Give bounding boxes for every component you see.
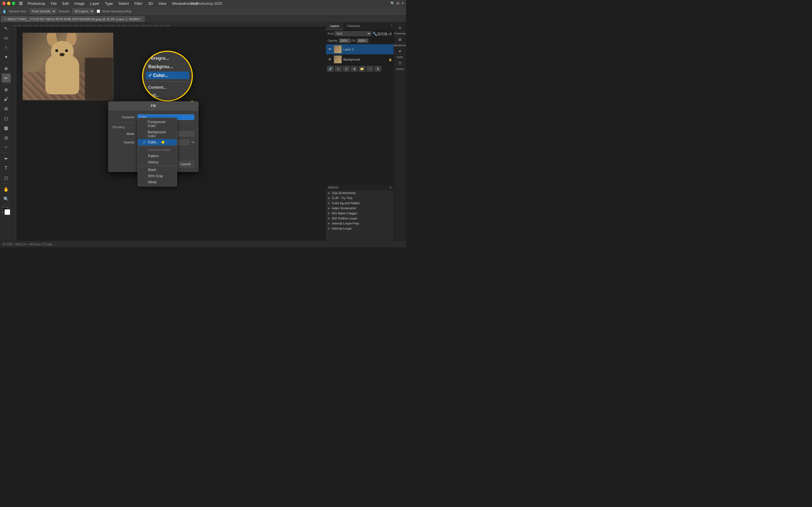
menu-bar: ⌘ Photoshop File Edit Image Layer Type S… xyxy=(0,0,406,7)
tab-close[interactable]: ✕ xyxy=(4,18,6,21)
action-item-internal-loupe[interactable]: ▶ Internal Loupe xyxy=(326,226,394,231)
gradient-tool[interactable]: ▦ xyxy=(2,123,11,132)
magic-wand-tool[interactable]: ✦ xyxy=(2,52,11,61)
action-item-3up[interactable]: ▶ 3 UP - Try This xyxy=(326,195,394,201)
dd-label-gray: 50% Gray xyxy=(148,174,163,178)
history-icon[interactable]: ⏱ xyxy=(396,60,405,66)
action-item-002[interactable]: ▶ 002 Outline Loupe xyxy=(326,216,394,221)
adjustment-button[interactable]: ◑ xyxy=(351,66,357,71)
menu-layer[interactable]: Layer xyxy=(88,1,102,6)
pen-tool[interactable]: ✒ xyxy=(2,154,11,163)
dd-background-color[interactable]: Background Color xyxy=(138,129,177,139)
dd-color[interactable]: ✓ Color... xyxy=(138,139,177,145)
show-sampling-checkbox[interactable] xyxy=(97,10,100,13)
eyedropper-tool[interactable]: ✏ xyxy=(2,73,11,82)
brush-tool[interactable]: 🖌 xyxy=(2,95,11,104)
cancel-button[interactable]: Cancel xyxy=(176,161,194,168)
status-arrow[interactable]: › xyxy=(54,242,56,246)
layer-visibility-eye[interactable]: 👁 xyxy=(327,47,332,51)
menu-edit[interactable]: Edit xyxy=(60,1,71,6)
arrange-icon[interactable]: ⊟ xyxy=(396,1,399,5)
photo-background xyxy=(23,33,113,100)
properties-icon[interactable]: A xyxy=(396,24,405,31)
action-item-index-screenshot[interactable]: ▶ Index Screenshot xyxy=(326,206,394,211)
dd-black[interactable]: Black xyxy=(138,167,177,173)
paths-label[interactable]: Paths xyxy=(396,55,404,59)
layer-controls: Kind Kind 🔧⊞⊟⊠♪A xyxy=(326,30,394,38)
menu-filter[interactable]: Filter xyxy=(132,1,145,6)
dd-white[interactable]: White xyxy=(138,179,177,185)
history-label[interactable]: History xyxy=(395,67,404,71)
maximize-button[interactable] xyxy=(12,2,15,5)
dd-content-aware[interactable]: Content-Aware xyxy=(138,147,177,153)
action-item-001[interactable]: ▶ 001 Make it bigger xyxy=(326,211,394,216)
menu-select[interactable]: Select xyxy=(116,1,131,6)
link-layers-button[interactable]: 🔗 xyxy=(327,66,334,71)
action-item-color-flatten[interactable]: ▶ Color bg and Flatten xyxy=(326,201,394,206)
hand-tool[interactable]: ✋ xyxy=(2,185,11,194)
close-button[interactable] xyxy=(2,2,6,5)
layer-item-background[interactable]: 👁 Background 🔒 xyxy=(326,54,394,64)
group-layers-button[interactable]: 📁 xyxy=(359,66,365,71)
heal-tool[interactable]: ⊛ xyxy=(2,85,11,94)
menu-file[interactable]: File xyxy=(49,1,59,6)
menu-view[interactable]: View xyxy=(156,1,168,6)
menu-type[interactable]: Type xyxy=(103,1,115,6)
mag-item-foreground: Foregro... xyxy=(146,55,189,62)
crop-tool[interactable]: ⊕ xyxy=(2,64,11,73)
marquee-tool[interactable]: ▭ xyxy=(2,33,11,42)
shape-tool[interactable]: ◻ xyxy=(2,173,11,182)
new-layer-button[interactable]: + xyxy=(366,66,373,71)
panel-menu-icon[interactable]: ≡ xyxy=(390,22,394,30)
dd-pattern[interactable]: Pattern xyxy=(138,153,177,159)
opacity-unit: % xyxy=(192,140,194,144)
fill-label: Fill: xyxy=(352,39,356,42)
dd-label-pattern: Pattern xyxy=(148,154,159,158)
search-icon[interactable]: 🔍 xyxy=(391,1,395,5)
action-item-internal-prep[interactable]: ▶ Internal Loupe Prep xyxy=(326,221,394,226)
kind-select[interactable]: Kind xyxy=(335,31,371,36)
paths-icon[interactable]: ⁕ xyxy=(396,48,405,55)
minimize-button[interactable] xyxy=(7,2,10,5)
lasso-tool[interactable]: ○ xyxy=(2,43,11,52)
text-tool[interactable]: T xyxy=(2,164,11,173)
menu-photoshop[interactable]: Photoshop xyxy=(26,1,47,6)
sample-label: Sample: xyxy=(59,10,70,13)
dd-50gray[interactable]: 50% Gray xyxy=(138,173,177,179)
add-mask-button[interactable]: ⊟ xyxy=(343,66,350,71)
sample-select[interactable]: All Layers xyxy=(72,8,94,14)
fx-button[interactable]: fx xyxy=(335,66,342,71)
file-tab[interactable]: ✕ 60521779481__F7C2F3D7-ABC9-4D76-9F8E-9… xyxy=(1,16,145,22)
tab-layers[interactable]: Layers xyxy=(326,22,343,30)
layer-item-layer1[interactable]: 👁 Layer 1 xyxy=(326,44,394,54)
share-icon[interactable]: ↗ xyxy=(401,1,404,5)
move-tool[interactable]: ↖ xyxy=(2,24,11,33)
dog-eye-left xyxy=(55,49,58,52)
action-label-002: 002 Outline Loupe xyxy=(332,217,357,220)
adjustments-icon[interactable]: ⊞ xyxy=(396,36,405,43)
dd-label-history: History xyxy=(148,160,158,164)
dog-head xyxy=(51,41,73,61)
clone-tool[interactable]: ✇ xyxy=(2,104,11,113)
sample-size-select[interactable]: Point Sample xyxy=(29,8,56,14)
eraser-tool[interactable]: ◻ xyxy=(2,114,11,123)
dd-history[interactable]: History xyxy=(138,159,177,165)
color-swatch[interactable] xyxy=(2,207,11,215)
opacity-input-layers[interactable] xyxy=(339,39,350,43)
dodge-tool[interactable]: ○ xyxy=(2,143,11,152)
action-item-2up[interactable]: ▶ 2Up Screenshots xyxy=(326,190,394,195)
menu-image[interactable]: Image xyxy=(72,1,87,6)
zoom-tool[interactable]: 🔍 xyxy=(2,194,11,203)
delete-layer-button[interactable]: 🗑 xyxy=(374,66,381,71)
menu-3d[interactable]: 3D xyxy=(146,1,155,6)
fill-input-layers[interactable] xyxy=(357,39,368,43)
properties-label[interactable]: Properties xyxy=(394,32,406,36)
background-color[interactable] xyxy=(4,209,10,215)
blur-tool[interactable]: ◎ xyxy=(2,133,11,142)
tab-channels[interactable]: Channels xyxy=(343,22,364,30)
apple-logo[interactable]: ⌘ xyxy=(18,1,23,6)
layer-visibility-eye-bg[interactable]: 👁 xyxy=(327,57,332,61)
dd-foreground-color[interactable]: Foreground Color xyxy=(138,119,177,129)
actions-menu-icon[interactable]: ≡ xyxy=(390,186,391,189)
adjustments-label[interactable]: Adjustments xyxy=(393,43,406,47)
